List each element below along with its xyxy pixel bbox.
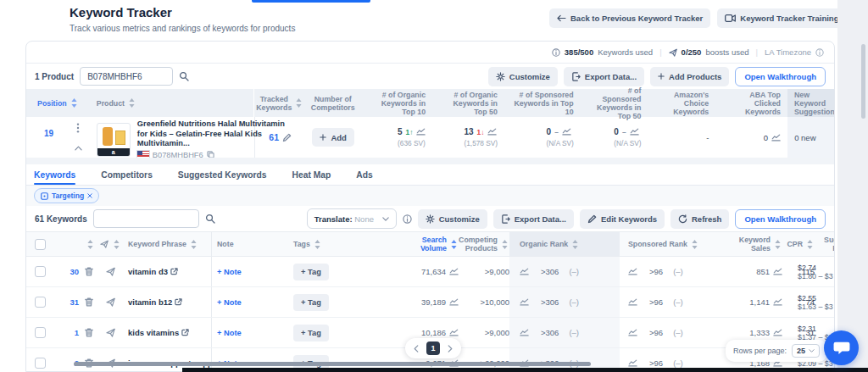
chart-trend-icon[interactable] [630, 127, 639, 136]
training-button[interactable]: Keyword Tracker Training [717, 8, 846, 28]
customize-keywords-button[interactable]: Customize [418, 209, 487, 229]
tab-heat-map[interactable]: Heat Map [292, 164, 331, 185]
search-volume-header[interactable]: SearchVolume [399, 232, 459, 256]
keyword-position[interactable]: 31 [70, 297, 79, 307]
export-keywords-button[interactable]: Export Data... [493, 209, 574, 229]
keyword-row[interactable]: 31 vitamin b12 + Note + Tag 39,189 >10,0… [26, 287, 834, 318]
sort-icon[interactable] [294, 98, 303, 108]
vertical-scrollbar[interactable] [861, 44, 865, 119]
edit-keywords-button[interactable]: Edit Keywords [580, 209, 665, 229]
keyword-position[interactable]: 30 [70, 267, 79, 276]
export-products-button[interactable]: Export Data... [564, 67, 644, 86]
sort-icon[interactable] [500, 240, 509, 249]
boost-sort-header[interactable] [99, 232, 121, 256]
sort-icon[interactable] [313, 240, 322, 249]
row-checkbox[interactable] [35, 327, 46, 338]
customize-products-button[interactable]: Customize [488, 67, 558, 86]
translate-select[interactable]: Translate: None [307, 208, 397, 229]
sort-icon[interactable] [449, 240, 459, 249]
sort-icon[interactable] [70, 98, 79, 108]
chart-trend-icon[interactable] [449, 297, 459, 307]
chart-trend-icon[interactable] [773, 297, 782, 307]
close-icon[interactable] [87, 193, 92, 198]
keyword-sales-header[interactable]: KeywordSales [730, 232, 782, 256]
kebab-menu-icon[interactable] [76, 123, 80, 133]
product-col-amazon-s-choice-keywords[interactable]: Amazon's Choice Keywords [648, 89, 715, 117]
tab-keywords[interactable]: Keywords [34, 164, 75, 185]
product-col--of-organic-keywords-in-top-50[interactable]: # of Organic Keywords in Top 50 [432, 89, 504, 117]
organic-rank-header[interactable]: Organic Rank [509, 232, 620, 256]
product-position[interactable]: 19 [44, 129, 53, 138]
external-link-icon[interactable] [175, 298, 182, 306]
product-col-product[interactable]: Product [90, 89, 254, 117]
add-tag-button[interactable]: + Tag [293, 325, 329, 341]
add-competitors-button[interactable]: Add [312, 128, 353, 147]
chart-trend-icon[interactable] [520, 328, 529, 337]
product-col--of-sponsored-keywords-in-top-50[interactable]: # of Sponsored Keywords in Top 50 [581, 89, 648, 117]
add-note-button[interactable]: + Note [217, 268, 242, 276]
boost-rocket-icon[interactable] [106, 297, 115, 307]
chevron-up-icon[interactable] [75, 146, 82, 151]
external-link-icon[interactable] [170, 268, 178, 275]
external-link-icon[interactable] [181, 329, 189, 336]
pencil-icon[interactable] [282, 133, 292, 142]
trash-icon[interactable] [85, 297, 93, 307]
product-col-tracked-keywords[interactable]: Tracked Keywords [254, 89, 305, 117]
keyword-phrase[interactable]: kids vitamins [128, 328, 179, 337]
chevron-left-icon[interactable] [414, 345, 419, 353]
row-checkbox[interactable] [35, 358, 46, 369]
boost-rocket-icon[interactable] [106, 328, 115, 337]
chart-trend-icon[interactable] [416, 127, 426, 136]
product-col-position[interactable]: Position [26, 89, 90, 117]
sort-icon[interactable] [189, 240, 198, 249]
keyword-search-input[interactable] [93, 209, 199, 228]
chart-trend-icon[interactable] [628, 267, 637, 276]
product-col-new-keyword-suggestions[interactable]: New Keyword Suggestions [787, 89, 834, 117]
chart-trend-icon[interactable] [628, 297, 637, 307]
chevron-right-icon[interactable] [448, 345, 453, 353]
sort-icon[interactable] [112, 240, 121, 249]
targeting-filter-chip[interactable]: Targeting [34, 188, 99, 203]
product-col-number-of-competitors[interactable]: Number of Competitors [305, 89, 360, 117]
tracked-keywords-value[interactable]: 61 [269, 132, 279, 142]
info-icon[interactable] [815, 48, 824, 57]
chart-trend-icon[interactable] [773, 267, 782, 276]
open-walkthrough-keywords-button[interactable]: Open Walkthrough [735, 209, 826, 229]
chart-trend-icon[interactable] [520, 267, 529, 276]
competing-products-header[interactable]: CompetingProducts [459, 232, 509, 256]
open-walkthrough-products-button[interactable]: Open Walkthrough [735, 67, 826, 86]
chart-trend-icon[interactable] [562, 127, 571, 136]
tab-competitors[interactable]: Competitors [101, 164, 153, 185]
product-row[interactable]: 19 a Greenfield Nutritions Halal Multivi… [26, 117, 834, 158]
chart-trend-icon[interactable] [628, 358, 637, 368]
tags-header[interactable]: Tags [268, 232, 399, 256]
boost-rocket-icon[interactable] [106, 267, 115, 276]
chat-bubble-button[interactable] [824, 330, 859, 365]
current-page-badge[interactable]: 1 [426, 341, 440, 355]
position-sort-header[interactable] [79, 232, 99, 256]
search-icon[interactable] [179, 71, 189, 81]
add-note-button[interactable]: + Note [217, 298, 242, 307]
rows-per-page-select[interactable]: 25 [792, 344, 820, 358]
add-products-button[interactable]: Add Products [650, 67, 729, 86]
refresh-button[interactable]: Refresh [670, 209, 729, 229]
add-tag-button[interactable]: + Tag [293, 264, 329, 280]
keyword-row[interactable]: 30 vitamin d3 + Note + Tag 71,634 >9,000… [26, 257, 834, 287]
tab-ads[interactable]: Ads [356, 164, 372, 185]
sort-icon[interactable] [690, 240, 699, 249]
add-tag-button[interactable]: + Tag [293, 294, 329, 311]
chart-trend-icon[interactable] [773, 328, 782, 337]
sort-icon[interactable] [773, 240, 782, 249]
back-to-previous-button[interactable]: Back to Previous Keyword Tracker [549, 8, 710, 28]
sort-icon[interactable] [86, 240, 95, 249]
trash-icon[interactable] [85, 267, 93, 276]
sort-icon[interactable] [127, 98, 136, 108]
search-icon[interactable] [205, 214, 215, 224]
horizontal-scrollbar[interactable] [74, 362, 591, 366]
chart-trend-icon[interactable] [628, 328, 637, 337]
product-col--of-sponsored-keywords-in-top-10[interactable]: # of Sponsored Keywords in Top 10 [504, 89, 581, 117]
keyword-phrase[interactable]: vitamin d3 [128, 267, 168, 276]
sponsored-rank-header[interactable]: Sponsored Rank [620, 232, 730, 256]
keyword-phrase-header[interactable]: Keyword Phrase [121, 232, 211, 256]
product-col-aba-top-clicked-keywords[interactable]: ABA Top Clicked Keywords [715, 89, 787, 117]
